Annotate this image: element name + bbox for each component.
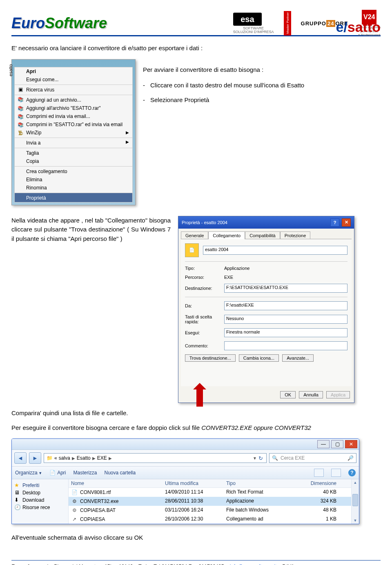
- label-esegui: Esegui:: [185, 330, 224, 335]
- sidebar-recenti[interactable]: 🕘Risorse rece: [13, 504, 67, 511]
- applica-button[interactable]: Applica: [326, 391, 350, 398]
- star-icon: ★: [14, 482, 19, 488]
- search-go-icon[interactable]: 🔎: [347, 455, 354, 461]
- rtf-file-icon: 📄: [71, 489, 78, 496]
- ctx-rinomina[interactable]: Rinomina: [15, 184, 132, 192]
- shield-icon: ▣: [17, 86, 24, 93]
- back-button[interactable]: ◄: [14, 452, 27, 464]
- minimize-button[interactable]: —: [317, 440, 330, 448]
- trova-destinazione-button[interactable]: Trova destinazione...: [185, 354, 236, 362]
- ctx-invia-a[interactable]: Invia a▶: [15, 138, 132, 147]
- tasti-field[interactable]: Nessuno: [224, 315, 347, 324]
- label-destinazione: Destinazione:: [185, 286, 224, 291]
- destinazione-field[interactable]: F:\ESATTO\EXE\ESATTO.EXE: [224, 284, 347, 293]
- ctx-copia[interactable]: Copia: [15, 157, 132, 165]
- shortcut-icon: ↗: [71, 516, 78, 523]
- maximize-button[interactable]: ▢: [331, 440, 343, 448]
- bat-file-icon: ⚙: [71, 507, 78, 514]
- ctx-comprimi-rar-email[interactable]: 📚Comprimi in "ESATTO.rar" ed invia via e…: [15, 120, 132, 129]
- lista-text: Comparira' quindi una lista di file e ca…: [11, 409, 381, 418]
- file-row[interactable]: 📄CONV8081.rtf 14/09/2010 11:14 Rich Text…: [69, 488, 351, 497]
- submenu-arrow-icon: ▶: [126, 140, 129, 144]
- esa-logo: esa SOFTWARE SOLUZIONI D'IMPRESA: [233, 13, 274, 35]
- eurosoftware-logo: EuroSoftware: [11, 15, 107, 32]
- tab-protezione[interactable]: Protezione: [280, 231, 311, 239]
- ctx-taglia[interactable]: Taglia: [15, 148, 132, 157]
- avanzate-button[interactable]: Avanzate...: [282, 354, 314, 362]
- ctx-aggiungi-archivio[interactable]: 📚Aggiungi ad un archivio...: [15, 95, 132, 104]
- col-header-type[interactable]: Tipo: [226, 480, 300, 486]
- header-divider: [11, 35, 381, 36]
- file-row-selected[interactable]: ⚙CONVERT32.exe 28/06/2011 10:38 Applicaz…: [69, 497, 351, 506]
- view-mode-button[interactable]: [314, 469, 324, 477]
- da-field[interactable]: F:\esatto\EXE: [224, 301, 347, 310]
- winrar-icon: 📚: [17, 105, 24, 112]
- ctx-elimina[interactable]: Elimina: [15, 176, 132, 184]
- exe-file-icon: ⚙: [71, 498, 78, 505]
- preview-pane-button[interactable]: [331, 469, 341, 477]
- window-titlebar: — ▢ ✕: [12, 439, 359, 450]
- name-field[interactable]: esatto 2004: [203, 246, 347, 255]
- label-commento: Commento:: [185, 343, 224, 348]
- ctx-proprieta[interactable]: Proprietà: [15, 193, 132, 202]
- col-header-date[interactable]: Ultima modifica: [165, 480, 226, 486]
- value-percorso: EXE: [224, 275, 347, 280]
- ctx-aggiungi-archivio-rar[interactable]: 📚Aggiungi all'archivio "ESATTO.rar": [15, 104, 132, 112]
- ok-button[interactable]: OK: [280, 391, 296, 398]
- ctx-ricerca-virus[interactable]: ▣Ricerca virus: [15, 85, 132, 94]
- ctx-comprimi-email[interactable]: 📚Comprimi ed invia via email...: [15, 112, 132, 120]
- dialog-titlebar: Proprietà - esatto 2004 ? ✕: [178, 216, 354, 229]
- close-window-button[interactable]: ✕: [345, 440, 357, 448]
- instruction-bullets: Cliccare con il tasto destro del mouse s…: [143, 80, 381, 105]
- collegamento-text: Nella videata che appare , nel tab "Coll…: [11, 216, 171, 244]
- winrar-icon: 📚: [17, 96, 24, 103]
- tab-compatibilita[interactable]: Compatibilità: [245, 231, 280, 239]
- properties-dialog: Proprietà - esatto 2004 ? ✕ Generale Col…: [178, 216, 354, 403]
- page-footer: Eurosoftware srl – Piazza del Monastero …: [11, 560, 381, 565]
- ctx-winzip[interactable]: 🗜WinZip▶: [15, 129, 132, 137]
- file-row[interactable]: ⚙COPIAESA.BAT 03/11/2006 16:24 File batc…: [69, 506, 351, 515]
- organizza-menu[interactable]: Organizza: [15, 470, 42, 476]
- scroll-thumb[interactable]: [352, 494, 358, 506]
- red-arrow-up: [196, 389, 203, 407]
- ctx-crea-collegamento[interactable]: Crea collegamento: [15, 166, 132, 176]
- apri-action[interactable]: 📄Apri: [49, 470, 66, 476]
- recent-icon: 🕘: [14, 504, 21, 510]
- ctx-esegui-come[interactable]: Esegui come...: [15, 76, 132, 84]
- winrar-icon: 📚: [17, 122, 24, 128]
- esegui-field[interactable]: Finestra normale: [224, 328, 347, 337]
- ctx-apri[interactable]: Apri: [15, 67, 132, 76]
- commento-field[interactable]: [224, 341, 347, 350]
- tab-collegamento[interactable]: Collegamento: [208, 231, 245, 239]
- col-header-size[interactable]: Dimensione: [300, 480, 349, 486]
- scroll-down-icon[interactable]: ▼: [352, 517, 359, 524]
- sidebar-download[interactable]: ⬇Download: [13, 496, 67, 504]
- sidebar-preferiti[interactable]: ★Preferiti: [13, 482, 67, 489]
- explorer-window: — ▢ ✕ ◄ ► 📁 « salva ▶ Esatto ▶ EXE ▶ ▼ ↻…: [11, 438, 359, 524]
- ok-instruction: All'eventuale schermata di avviso clicca…: [11, 533, 381, 542]
- help-button[interactable]: ?: [330, 218, 339, 227]
- tab-generale[interactable]: Generale: [181, 231, 208, 239]
- forward-button[interactable]: ►: [29, 452, 41, 464]
- explorer-toolbar: Organizza 📄Apri Masterizza Nuova cartell…: [12, 467, 359, 479]
- file-row[interactable]: ↗COPIAESA 26/10/2006 12:30 Collegamento …: [69, 515, 351, 524]
- value-tipo: Applicazione: [224, 266, 347, 271]
- label-da: Da:: [185, 303, 224, 308]
- refresh-icon[interactable]: ↻: [258, 455, 263, 461]
- search-box[interactable]: 🔍 Cerca EXE 🔎: [269, 453, 356, 463]
- esatto-icon-label: esatto: [8, 64, 13, 76]
- sidebar-desktop[interactable]: 🖥Desktop: [13, 489, 67, 496]
- help-icon[interactable]: ?: [348, 469, 356, 476]
- cambia-icona-button[interactable]: Cambia icona...: [239, 354, 279, 362]
- breadcrumb[interactable]: 📁 « salva ▶ Esatto ▶ EXE ▶ ▼ ↻: [44, 453, 267, 463]
- nuova-cartella-action[interactable]: Nuova cartella: [104, 470, 136, 476]
- close-button[interactable]: ✕: [342, 218, 351, 227]
- col-header-name[interactable]: Nome: [71, 480, 165, 486]
- bullet-right-click: Cliccare con il tasto destro del mouse s…: [150, 80, 381, 90]
- desktop-icon: 🖥: [14, 489, 20, 496]
- annulla-button[interactable]: Annulla: [299, 391, 323, 398]
- context-menu-screenshot: esatto Apri Esegui come... ▣Ricerca viru…: [11, 59, 136, 205]
- scrollbar[interactable]: ▲ ▼: [351, 479, 359, 524]
- masterizza-action[interactable]: Masterizza: [73, 470, 97, 476]
- scroll-up-icon[interactable]: ▲: [352, 479, 359, 486]
